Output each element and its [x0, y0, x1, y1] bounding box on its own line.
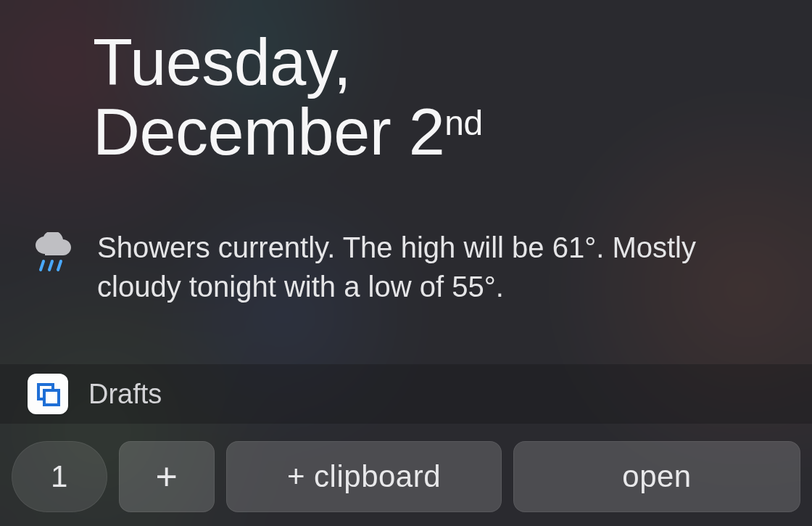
weather-summary: Showers currently. The high will be 61°.…	[30, 228, 783, 306]
drafts-app-icon	[28, 374, 68, 414]
open-app-button[interactable]: open	[513, 441, 800, 512]
showers-icon	[30, 232, 77, 284]
drafts-app-label: Drafts	[88, 379, 162, 410]
open-button-label: open	[622, 459, 691, 494]
drafts-widget-buttons: 1 + + clipboard open	[12, 441, 800, 512]
clipboard-button-label: + clipboard	[287, 459, 441, 494]
svg-line-1	[49, 261, 52, 270]
month-day-text: December 2	[93, 96, 444, 168]
svg-rect-4	[44, 390, 59, 405]
plus-icon: +	[156, 455, 178, 498]
today-view-panel: Tuesday, December 2nd Showers currently.…	[0, 0, 812, 526]
new-draft-button[interactable]: +	[119, 441, 215, 512]
weather-text: Showers currently. The high will be 61°.…	[97, 228, 783, 306]
drafts-count-value: 1	[51, 459, 68, 494]
weekday-text: Tuesday,	[93, 28, 483, 97]
ordinal-suffix: nd	[444, 104, 482, 142]
drafts-count-badge[interactable]: 1	[12, 441, 107, 512]
date-heading: Tuesday, December 2nd	[93, 28, 483, 168]
month-day-line: December 2nd	[93, 97, 483, 167]
drafts-widget-header: Drafts	[0, 364, 812, 424]
svg-line-2	[58, 261, 61, 270]
new-from-clipboard-button[interactable]: + clipboard	[226, 441, 502, 512]
svg-line-0	[41, 261, 44, 270]
